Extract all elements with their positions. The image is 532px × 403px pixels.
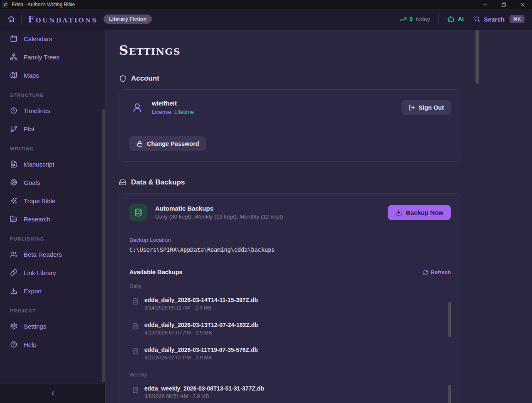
refresh-label: Refresh xyxy=(431,269,451,275)
available-backups-title: Available Backups xyxy=(129,269,183,275)
target-icon xyxy=(10,179,17,186)
search-button-label: Search xyxy=(484,16,505,23)
sidebar-item-export[interactable]: Export xyxy=(4,283,101,298)
backup-item[interactable]: edda_daily_2026-03-14T14-11-15-397Z.db 3… xyxy=(129,296,451,314)
backups-section-title: Data & Backups xyxy=(131,178,185,187)
minimize-icon[interactable] xyxy=(476,0,495,9)
sidebar-item-research[interactable]: Research xyxy=(4,211,101,226)
sidebar-item-help[interactable]: Help xyxy=(4,337,101,352)
link-icon xyxy=(10,269,17,276)
username: wleifheit xyxy=(152,100,194,107)
backups-section-header: Data & Backups xyxy=(119,178,532,187)
page-title: Settings xyxy=(119,43,532,58)
settings-icon xyxy=(10,322,17,330)
database-icon xyxy=(134,208,143,217)
sidebar-item-manuscript[interactable]: Manuscript xyxy=(4,157,101,172)
search-button[interactable]: Search ⌘K xyxy=(474,15,525,23)
change-password-label: Change Password xyxy=(147,140,199,147)
daily-list-scrollbar[interactable] xyxy=(448,302,451,337)
download-icon xyxy=(10,287,17,295)
sidebar: Calendars Family Trees Maps Structure Ti… xyxy=(0,29,106,403)
sparkles-icon xyxy=(10,197,17,204)
sidebar-group: Writing Manuscript Goals Trope Bible Res… xyxy=(0,146,105,226)
backup-group: Daily edda_daily_2026-03-14T14-11-15-397… xyxy=(129,283,451,364)
backup-now-button[interactable]: Backup Now xyxy=(388,205,451,220)
ai-button[interactable]: AI xyxy=(447,15,464,23)
shield-icon xyxy=(119,75,126,82)
help-circle-icon xyxy=(10,341,17,348)
log-out-icon xyxy=(408,104,415,111)
license-line: License: Lifetime xyxy=(152,109,194,115)
account-section-title: Account xyxy=(131,74,159,83)
backup-file-name: edda_daily_2026-03-11T19-07-35-576Z.db xyxy=(144,346,258,353)
refresh-icon xyxy=(423,270,428,275)
sidebar-group: Publishing Beta Readers Link Library Exp… xyxy=(0,236,105,298)
home-icon[interactable] xyxy=(7,15,15,23)
users-icon xyxy=(10,251,17,258)
backup-file-name: edda_weekly_2026-03-08T13-51-31-377Z.db xyxy=(144,385,264,392)
network-icon xyxy=(10,53,17,61)
sidebar-item-maps[interactable]: Maps xyxy=(4,68,101,83)
backup-file-meta: 3/11/2026 02:07 PM · 2.9 MB xyxy=(144,355,258,361)
database-icon xyxy=(132,323,139,330)
sidebar-group-label: Writing xyxy=(10,146,105,151)
search-shortcut-badge: ⌘K xyxy=(510,15,525,23)
main-scrollbar[interactable] xyxy=(475,30,479,84)
sidebar-item-beta-readers[interactable]: Beta Readers xyxy=(4,247,101,262)
sidebar-group: Project Settings Help xyxy=(0,308,105,352)
sidebar-group-label: Project xyxy=(10,308,105,313)
backups-card: Automatic Backups Daily (30 kept), Weekl… xyxy=(119,193,461,403)
search-icon xyxy=(474,16,480,22)
change-password-button[interactable]: Change Password xyxy=(129,136,206,151)
project-badge[interactable]: Literary Fiction xyxy=(104,15,152,24)
settings-page: Settings Account wleifheit License: Life… xyxy=(106,29,532,403)
sign-out-button[interactable]: Sign Out xyxy=(401,100,451,115)
bot-icon xyxy=(447,15,455,23)
refresh-button[interactable]: Refresh xyxy=(423,269,451,275)
database-icon xyxy=(132,348,139,355)
sidebar-item-family-trees[interactable]: Family Trees xyxy=(4,49,101,64)
download-icon xyxy=(395,209,402,216)
account-card: wleifheit License: Lifetime Sign Out Cha… xyxy=(119,89,461,162)
account-section-header: Account xyxy=(119,74,532,83)
sidebar-item-timelines[interactable]: Timelines xyxy=(4,103,101,118)
header-divider xyxy=(21,15,22,24)
backup-group-label: Weekly xyxy=(129,371,451,378)
clock-icon xyxy=(10,107,17,114)
backup-item[interactable]: edda_daily_2026-03-13T12-07-24-182Z.db 3… xyxy=(129,321,451,339)
folder-open-icon xyxy=(10,215,17,223)
close-icon[interactable] xyxy=(513,0,532,9)
sidebar-collapse-button[interactable] xyxy=(0,383,105,403)
sidebar-item-plot[interactable]: Plot xyxy=(4,121,101,136)
sidebar-scrollbar[interactable] xyxy=(102,109,105,382)
sidebar-item-trope-bible[interactable]: Trope Bible xyxy=(4,193,101,208)
restore-icon[interactable] xyxy=(495,0,513,9)
backup-item[interactable]: edda_daily_2026-03-11T19-07-35-576Z.db 3… xyxy=(129,346,451,364)
backup-file-meta: 3/14/2026 09:11 AM · 2.9 MB xyxy=(144,305,258,311)
backup-item[interactable]: edda_weekly_2026-03-08T13-51-31-377Z.db … xyxy=(129,384,451,403)
file-text-icon xyxy=(10,160,17,168)
sidebar-item-calendars[interactable]: Calendars xyxy=(4,31,101,46)
backup-file-meta: 3/13/2026 07:07 AM · 2.9 MB xyxy=(144,330,258,336)
sidebar-group: Structure Timelines Plot xyxy=(0,93,105,136)
backup-file-meta: 3/8/2026 08:51 AM · 2.9 MB xyxy=(144,393,264,399)
lock-icon xyxy=(136,140,143,147)
auto-backups-subtitle: Daily (30 kept), Weekly (12 kept), Month… xyxy=(155,214,283,220)
backup-file-name: edda_daily_2026-03-14T14-11-15-397Z.db xyxy=(144,297,258,303)
sidebar-item-settings[interactable]: Settings xyxy=(4,319,101,334)
auto-backups-title: Automatic Backups xyxy=(155,205,283,212)
backup-now-label: Backup Now xyxy=(406,209,443,216)
header-divider xyxy=(438,14,439,24)
backup-group-label: Daily xyxy=(129,283,451,289)
sidebar-item-link-library[interactable]: Link Library xyxy=(4,265,101,280)
sidebar-item-goals[interactable]: Goals xyxy=(4,175,101,190)
app-header: Foundations Literary Fiction 0 today AI … xyxy=(0,9,532,29)
backup-location-path: C:\Users\SPIRA\AppData\Roaming\edda\back… xyxy=(129,246,451,253)
weekly-list-scrollbar[interactable] xyxy=(448,385,451,403)
sidebar-group-label: Publishing xyxy=(10,236,105,241)
map-icon xyxy=(10,71,17,79)
license-value: Lifetime xyxy=(174,109,194,115)
words-today-count: 0 xyxy=(410,16,413,22)
sign-out-label: Sign Out xyxy=(419,104,444,111)
trending-up-icon xyxy=(400,16,407,23)
